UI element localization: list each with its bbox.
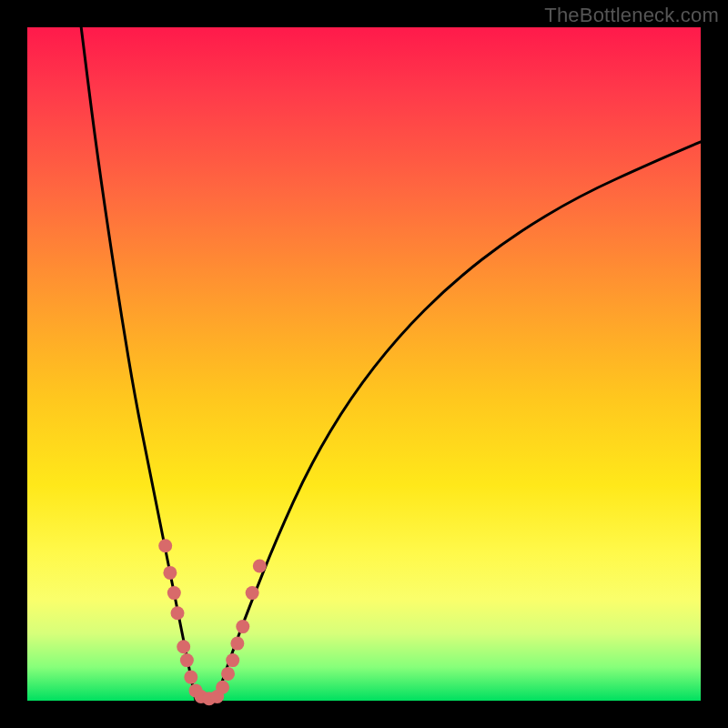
marker-point (253, 560, 267, 573)
marker-point (230, 637, 244, 651)
chart-svg (27, 27, 701, 701)
marker-point (163, 566, 177, 580)
marker-point (236, 620, 249, 633)
marker-point (158, 539, 172, 552)
marker-point (184, 671, 197, 684)
marker-point (226, 653, 239, 667)
marker-point (246, 586, 259, 600)
watermark-text: TheBottleneck.com (544, 4, 719, 27)
curve-right-branch (216, 142, 701, 701)
marker-point (171, 606, 185, 620)
marker-group (158, 539, 267, 705)
chart-frame: TheBottleneck.com (0, 0, 728, 728)
marker-point (167, 586, 181, 600)
marker-point (216, 681, 229, 694)
curve-left-branch (81, 27, 196, 701)
marker-point (221, 667, 235, 681)
plot-area (27, 27, 701, 701)
marker-point (180, 653, 194, 667)
marker-point (177, 640, 190, 653)
